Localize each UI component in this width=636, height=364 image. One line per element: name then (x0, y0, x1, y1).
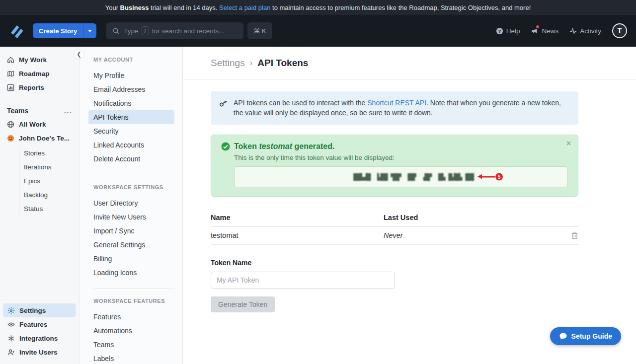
reports-label: Reports (19, 84, 44, 91)
settings-nav-features[interactable]: Features (93, 310, 174, 324)
check-circle-icon (221, 142, 230, 151)
activity-button[interactable]: Activity (569, 27, 601, 35)
integrations-label: Integrations (19, 335, 58, 342)
search-placeholder-2: for search and recents... (152, 27, 225, 35)
redacted-token-value: ██▙▟█ ▙██ ▜█▛ ██▘ ▗█▛ █▙ █▟█▙ ██▌ (353, 173, 476, 180)
sidebar-item-team[interactable]: John Doe's Te... (0, 131, 79, 145)
shortcut-logo-icon[interactable] (9, 23, 25, 39)
sidebar-item-features[interactable]: Features (3, 317, 76, 331)
token-name-cell: testomat (211, 231, 384, 239)
settings-nav-invite-new-users[interactable]: Invite New Users (93, 210, 174, 224)
chevron-down-icon (88, 30, 92, 32)
page-title: API Tokens (257, 58, 308, 69)
sidebar-item-status[interactable]: Status (19, 202, 79, 216)
settings-nav-security[interactable]: Security (93, 124, 174, 138)
svg-text:?: ? (498, 28, 501, 33)
section-header-my-account: MY ACCOUNT (93, 57, 174, 63)
settings-nav-email-addresses[interactable]: Email Addresses (93, 82, 174, 96)
banner-text-2: trial will end in 14 days. (149, 4, 219, 11)
search-shortcut-badge: ⌘ K (247, 22, 272, 39)
breadcrumb-settings[interactable]: Settings (211, 58, 245, 69)
help-button[interactable]: ? Help (496, 27, 520, 35)
annotation-badge: 5 (495, 173, 503, 180)
sidebar-bottom-group: Settings Features (3, 303, 76, 359)
setup-guide-label: Setup Guide (571, 332, 612, 340)
close-icon[interactable]: × (566, 139, 571, 148)
settings-nav-loading-icons[interactable]: Loading Icons (93, 266, 174, 280)
sidebar-item-all-work[interactable]: All Work (0, 117, 79, 131)
team-subnav: Stories Iterations Epics Backlog Status (19, 146, 79, 216)
settings-nav-labels[interactable]: Labels (93, 352, 174, 364)
teams-section-header: Teams ... (0, 104, 79, 117)
news-label: News (542, 27, 558, 35)
annotation-arrow: 5 (477, 173, 503, 180)
settings-nav-automations[interactable]: Automations (93, 324, 174, 338)
alert-title-text: Token testomat generated. (234, 142, 334, 151)
banner-text-1: Your (105, 4, 120, 11)
settings-nav-my-profile[interactable]: My Profile (93, 69, 174, 82)
column-header-last-used: Last Used (384, 214, 563, 221)
sidebar-item-my-work[interactable]: My Work (0, 53, 79, 67)
settings-nav-user-directory[interactable]: User Directory (93, 196, 174, 210)
alert-title: Token testomat generated. (221, 142, 568, 151)
navbar-right-group: ? Help News Activity T (496, 23, 627, 38)
token-name-italic: testomat (259, 142, 292, 150)
settings-nav-import-sync[interactable]: Import / Sync (93, 224, 174, 238)
key-icon (217, 97, 229, 109)
settings-nav-billing[interactable]: Billing (93, 252, 174, 266)
user-avatar[interactable]: T (612, 23, 627, 38)
activity-label: Activity (580, 27, 601, 35)
news-button[interactable]: News (531, 27, 558, 35)
megaphone-icon (531, 27, 539, 35)
sidebar-item-iterations[interactable]: Iterations (19, 160, 79, 174)
create-story-button[interactable]: Create Story (33, 23, 83, 38)
token-name-input[interactable] (211, 272, 395, 289)
teams-header-label: Teams (7, 107, 28, 115)
globe-icon (7, 121, 14, 128)
create-story-dropdown-button[interactable] (83, 23, 96, 38)
team-name-label: John Doe's Te... (19, 135, 70, 142)
features-label: Features (19, 321, 47, 328)
teams-more-button[interactable]: ... (64, 106, 72, 115)
info-text-1: API tokens can be used to interact with … (234, 99, 367, 107)
arrow-line (482, 176, 495, 177)
sidebar-item-integrations[interactable]: Integrations (3, 331, 76, 345)
sidebar-item-roadmap[interactable]: Roadmap (0, 67, 79, 80)
sidebar-item-settings[interactable]: Settings (3, 303, 76, 317)
main-content: Settings › API Tokens API tokens can be … (183, 47, 636, 364)
table-row: testomat Never (211, 226, 578, 245)
home-icon (7, 56, 14, 64)
table-header-row: Name Last Used (211, 210, 578, 226)
all-work-label: All Work (19, 121, 46, 128)
banner-plan-name: Business (120, 4, 149, 11)
chat-bubble-icon (559, 332, 567, 340)
arrow-head (477, 174, 482, 179)
search-placeholder-1: Type (124, 27, 138, 35)
sidebar-item-reports[interactable]: Reports (0, 80, 79, 94)
map-icon (7, 70, 14, 77)
generate-token-button[interactable]: Generate Token (211, 296, 275, 312)
select-paid-plan-link[interactable]: Select a paid plan (219, 4, 270, 11)
integrations-icon (7, 335, 15, 342)
info-text: API tokens can be used to interact with … (234, 98, 570, 118)
trash-icon[interactable] (571, 231, 578, 239)
settings-nav-linked-accounts[interactable]: Linked Accounts (93, 138, 174, 152)
create-story-split-button: Create Story (33, 23, 96, 38)
sidebar-collapse-button[interactable]: ❮ (74, 49, 84, 60)
banner-text-3: to maintain access to premium features l… (270, 4, 531, 11)
settings-nav-notifications[interactable]: Notifications (93, 96, 174, 110)
sidebar-item-backlog[interactable]: Backlog (19, 188, 79, 202)
section-divider (93, 175, 174, 175)
settings-nav-teams[interactable]: Teams (93, 338, 174, 352)
sidebar-item-epics[interactable]: Epics (19, 174, 79, 188)
sidebar-item-stories[interactable]: Stories (19, 146, 79, 160)
settings-nav-general-settings[interactable]: General Settings (93, 238, 174, 252)
settings-nav-delete-account[interactable]: Delete Account (93, 152, 174, 166)
invite-user-icon (7, 349, 15, 356)
settings-nav-api-tokens[interactable]: API Tokens (88, 110, 174, 124)
sidebar-item-invite-users[interactable]: Invite Users (3, 345, 76, 359)
section-header-workspace-settings: WORKSPACE SETTINGS (93, 184, 174, 190)
search-input[interactable]: Type / for search and recents... (106, 22, 243, 39)
rest-api-link[interactable]: Shortcut REST API (367, 99, 426, 107)
setup-guide-button[interactable]: Setup Guide (550, 327, 621, 345)
